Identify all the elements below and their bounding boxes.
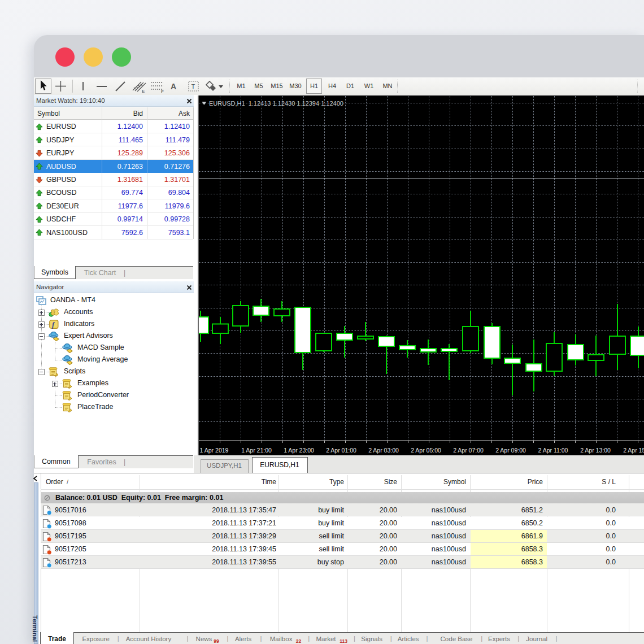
svg-text:T: T bbox=[192, 83, 195, 90]
svg-text:E: E bbox=[142, 89, 145, 93]
svg-text:F: F bbox=[161, 89, 164, 94]
